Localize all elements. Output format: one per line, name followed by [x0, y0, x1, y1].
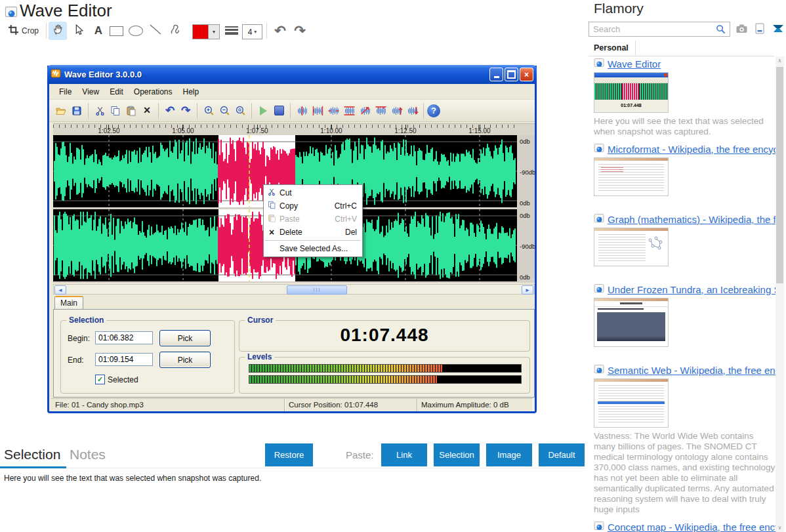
- menu-help[interactable]: Help: [178, 86, 204, 98]
- curve-tool-button[interactable]: [166, 22, 184, 40]
- paste-image-button[interactable]: Image: [486, 443, 532, 466]
- snapshot-thumbnail[interactable]: [594, 228, 669, 266]
- redo-button[interactable]: ↷: [178, 103, 194, 119]
- save-button[interactable]: [69, 103, 85, 119]
- stop-button[interactable]: [271, 103, 287, 119]
- scroll-right-arrow[interactable]: ►: [522, 285, 533, 295]
- wave-op-1-icon[interactable]: [294, 103, 310, 119]
- play-button[interactable]: [255, 103, 271, 119]
- wave-op-2-icon[interactable]: [310, 103, 325, 119]
- snapshot-thumbnail[interactable]: [594, 157, 669, 196]
- undo-button[interactable]: ↶: [162, 103, 178, 119]
- flamory-logo-icon[interactable]: [772, 24, 784, 36]
- list-item[interactable]: Microformat - Wikipedia, the free encycl…: [594, 143, 776, 196]
- restore-button[interactable]: Restore: [265, 443, 313, 466]
- list-item[interactable]: Concept map - Wikipedia, the free encycl…: [594, 521, 776, 532]
- menu-file[interactable]: File: [54, 86, 76, 98]
- menu-operations[interactable]: Operations: [129, 86, 177, 98]
- line-width-button[interactable]: [225, 26, 238, 36]
- list-item[interactable]: Under Frozen Tundra, an Icebreaking Ship…: [594, 283, 776, 347]
- context-menu-item-save-selected-as[interactable]: Save Selected As...: [264, 242, 362, 255]
- context-menu-item-cut[interactable]: Cut: [264, 186, 362, 199]
- help-button[interactable]: ?: [427, 104, 440, 117]
- snapshot-thumbnail[interactable]: 01:07.448: [594, 72, 669, 113]
- context-menu-item-paste[interactable]: Paste Ctrl+V: [264, 213, 362, 226]
- sidebar-tabs: Personal: [589, 41, 774, 56]
- tab-main[interactable]: Main: [54, 296, 83, 310]
- context-menu-item-delete[interactable]: × Delete Del: [264, 226, 362, 239]
- menu-view[interactable]: View: [77, 86, 104, 98]
- wave-op-3-icon[interactable]: [325, 103, 341, 119]
- note-page-icon[interactable]: [755, 23, 764, 37]
- snapshot-icon: [594, 58, 604, 70]
- color-picker[interactable]: ▾: [192, 24, 220, 39]
- time-ruler[interactable]: 1:02.50 1:05.00 1:07.50 1:10.00 1:12.50 …: [53, 123, 535, 136]
- paste-link-button[interactable]: Link: [381, 443, 427, 466]
- delete-icon: ×: [264, 227, 279, 237]
- context-menu-item-copy[interactable]: Copy Ctrl+C: [264, 199, 362, 213]
- delete-button[interactable]: ×: [139, 103, 155, 119]
- undo-button[interactable]: ↶: [271, 22, 289, 40]
- menu-edit[interactable]: Edit: [105, 86, 128, 98]
- open-button[interactable]: [53, 103, 69, 119]
- tab-personal[interactable]: Personal: [589, 41, 636, 56]
- cut-button[interactable]: [92, 103, 108, 119]
- ellipse-tool-button[interactable]: [127, 22, 145, 40]
- wave-op-7-icon[interactable]: [388, 103, 404, 119]
- search-icon[interactable]: [716, 24, 726, 37]
- snapshot-link[interactable]: Semantic Web - Wikipedia, the free encyc…: [608, 365, 776, 376]
- horizontal-scrollbar[interactable]: ◄ ►: [53, 284, 535, 295]
- vertical-scrollbar[interactable]: ∧ ∨: [776, 56, 784, 532]
- snapshot-link[interactable]: Under Frozen Tundra, an Icebreaking Ship…: [608, 284, 776, 295]
- list-item[interactable]: Semantic Web - Wikipedia, the free encyc…: [594, 364, 776, 515]
- list-item[interactable]: Wave Editor 01:07.448 Here you will see …: [594, 58, 776, 137]
- db-label: 0db: [520, 274, 537, 281]
- wave-op-4-icon[interactable]: [341, 103, 357, 119]
- snapshot-link[interactable]: Wave Editor: [608, 58, 661, 70]
- redo-button[interactable]: ↷: [291, 22, 309, 40]
- scroll-left-arrow[interactable]: ◄: [54, 285, 66, 295]
- snapshot-link[interactable]: Graph (mathematics) - Wikipedia, the fre…: [608, 214, 776, 225]
- wave-op-5-icon[interactable]: [357, 103, 373, 119]
- pointer-tool-button[interactable]: [69, 22, 87, 40]
- snapshot-link[interactable]: Microformat - Wikipedia, the free encycl…: [608, 144, 776, 155]
- paste-default-button[interactable]: Default: [539, 443, 585, 466]
- scrollbar-thumb[interactable]: [287, 285, 347, 295]
- copy-button[interactable]: [108, 103, 123, 119]
- paste-selection-button[interactable]: Selection: [434, 443, 480, 466]
- snapshot-thumbnail[interactable]: [594, 379, 669, 428]
- zoom-in-button[interactable]: [201, 103, 217, 119]
- camera-icon[interactable]: [736, 24, 747, 36]
- cut-icon: [264, 188, 279, 198]
- paste-button[interactable]: [123, 103, 139, 119]
- minimize-button[interactable]: [489, 68, 503, 81]
- maximize-button[interactable]: [505, 68, 518, 81]
- snapshot-link[interactable]: Concept map - Wikipedia, the free encycl…: [608, 522, 776, 532]
- text-tool-button[interactable]: A: [89, 22, 108, 40]
- pick-end-button[interactable]: Pick: [159, 352, 211, 368]
- window-titlebar[interactable]: Wave Editor 3.0.0.0 ×: [47, 65, 537, 84]
- close-button[interactable]: ×: [520, 68, 533, 81]
- line-tool-button[interactable]: [146, 22, 165, 40]
- rectangle-tool-button[interactable]: [107, 22, 125, 40]
- end-time-field[interactable]: [95, 353, 153, 366]
- tab-selection[interactable]: Selection: [4, 447, 60, 462]
- ruler-label: 1:07.50: [246, 127, 268, 134]
- scrollbar-thumb[interactable]: [776, 67, 783, 283]
- search-input[interactable]: [589, 22, 730, 37]
- crop-button[interactable]: Crop: [4, 22, 43, 40]
- pick-begin-button[interactable]: Pick: [159, 330, 211, 346]
- zoom-out-button[interactable]: [217, 103, 232, 119]
- scroll-up-arrow[interactable]: ∧: [776, 56, 784, 65]
- tab-notes[interactable]: Notes: [70, 447, 106, 462]
- hand-tool-button[interactable]: [49, 22, 67, 40]
- scroll-down-arrow[interactable]: ∨: [776, 523, 784, 532]
- wave-op-8-icon[interactable]: [404, 103, 420, 119]
- list-item[interactable]: Graph (mathematics) - Wikipedia, the fre…: [594, 213, 776, 266]
- width-select[interactable]: 4 ▾: [242, 24, 262, 39]
- begin-time-field[interactable]: [95, 331, 153, 344]
- snapshot-thumbnail[interactable]: [594, 298, 669, 347]
- selected-checkbox[interactable]: ✓: [95, 375, 105, 384]
- wave-op-6-icon[interactable]: [373, 103, 388, 119]
- zoom-fit-button[interactable]: [232, 103, 248, 119]
